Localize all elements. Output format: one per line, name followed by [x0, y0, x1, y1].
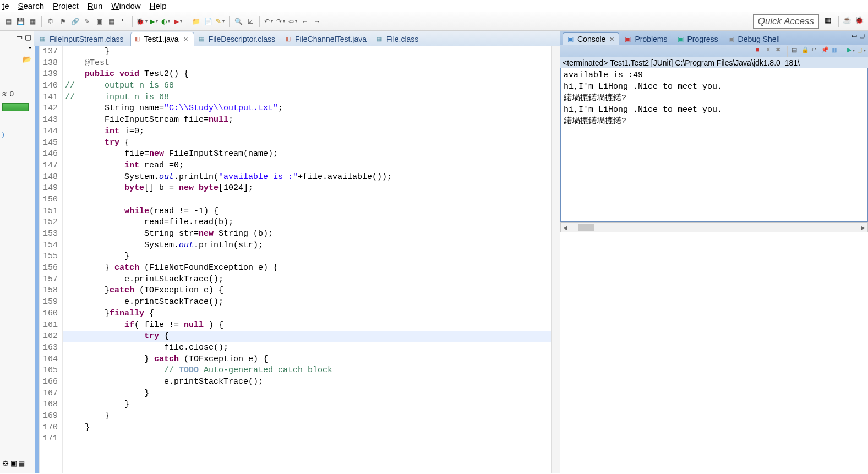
new-class-icon[interactable]: 📄 — [203, 17, 213, 26]
word-wrap-icon[interactable]: ↩ — [811, 46, 819, 54]
minimize-icon[interactable]: ▢ — [25, 33, 31, 41]
prev-annotation-icon[interactable]: ↶ — [264, 17, 274, 26]
show-whitespace-icon[interactable]: ¶ — [118, 17, 128, 26]
debug-perspective-icon[interactable]: 🐞 — [855, 16, 865, 26]
menu-search[interactable]: Search — [18, 1, 45, 10]
scroll-left-icon[interactable]: ◀ — [561, 225, 570, 231]
toggle-breadcrumb-icon[interactable]: ⯐ — [46, 17, 56, 26]
pin-console-icon[interactable]: 📌 — [821, 46, 829, 54]
scroll-lock-icon[interactable]: 🔒 — [801, 46, 809, 54]
console-output[interactable]: available is :49 hi,I'm LiHong .Nice to … — [560, 68, 868, 222]
link-icon[interactable]: 🔗 — [70, 17, 80, 26]
java-file-icon — [285, 35, 293, 43]
tab-filechanneltest-java[interactable]: FileChannelTest.java — [282, 32, 372, 46]
editor-area: FileInputStream.classTest1.java✕FileDesc… — [34, 31, 560, 473]
tab-filedescriptor-class[interactable]: FileDescriptor.class — [195, 32, 281, 46]
open-perspective-icon[interactable]: ▦ — [825, 16, 834, 26]
code-editor[interactable]: 1371381391401411421431441451461471481491… — [34, 46, 560, 473]
main-area: ▭ ▢ ▾ 📂 s: 0 ) ⯐ ▣ ▤ FileInputStream.cla… — [0, 31, 868, 473]
tab-label: Test1.java — [144, 35, 179, 43]
block-icon[interactable]: ▦ — [106, 17, 116, 26]
debug-icon[interactable]: 🐞 — [137, 17, 146, 26]
separator — [838, 16, 839, 27]
tab-test1-java[interactable]: Test1.java✕ — [130, 32, 194, 46]
console-process-label: <terminated> Test1.Test2 [JUnit] C:\Prog… — [560, 57, 868, 68]
maximize-icon[interactable]: ▢ — [859, 32, 865, 44]
console-hscrollbar[interactable]: ◀ ▶ — [560, 222, 868, 232]
next-annotation-icon[interactable]: ↷ — [276, 17, 286, 26]
chevron-down-icon[interactable]: ▾ — [29, 45, 31, 51]
view-tab-problems[interactable]: ▣Problems — [620, 33, 672, 45]
run-icon[interactable]: ▶ — [149, 17, 159, 26]
coverage-icon[interactable]: ◐ — [161, 17, 171, 26]
back-icon[interactable]: ← — [300, 17, 310, 26]
java-perspective-icon[interactable]: ☕ — [843, 16, 853, 26]
java-file-icon — [134, 35, 142, 43]
tab-label: File.class — [386, 35, 418, 43]
editor-tabbar: FileInputStream.classTest1.java✕FileDesc… — [34, 31, 560, 46]
console-toolbar: ■ ✕ ✖ ▤ 🔒 ↩ 📌 ▥ ▶ ▢ — [560, 45, 868, 57]
new-package-icon[interactable]: 📁 — [191, 17, 201, 26]
junit-progress-bar — [2, 103, 29, 111]
tab-fileinputstream-class[interactable]: FileInputStream.class — [36, 32, 129, 46]
wand-icon[interactable]: ✎ — [82, 17, 92, 26]
save-all-icon[interactable]: ▦ — [28, 17, 37, 26]
separator — [41, 16, 42, 27]
menu-window[interactable]: Window — [111, 1, 140, 10]
last-edit-icon[interactable]: ⇦ — [288, 17, 298, 26]
separator — [187, 16, 187, 27]
close-icon[interactable]: ✕ — [183, 36, 188, 43]
menu-help[interactable]: Help — [150, 1, 167, 10]
class-file-icon — [376, 35, 384, 43]
tab-label: FileChannelTest.java — [295, 35, 367, 43]
problems-icon: ▣ — [625, 35, 632, 43]
separator — [787, 46, 788, 57]
tab-label: FileDescriptor.class — [209, 35, 275, 43]
tab-label: FileInputStream.class — [50, 35, 124, 43]
main-toolbar: ▤ 💾 ▦ ⯐ ⚑ 🔗 ✎ ▣ ▦ ¶ 🐞 ▶ ◐ ▶ 📁 📄 ✎ 🔍 ☑ ↶ … — [0, 12, 868, 31]
forward-icon[interactable]: → — [312, 17, 322, 26]
minimize-icon[interactable]: ▭ — [851, 32, 857, 44]
remove-all-icon[interactable]: ✖ — [776, 46, 783, 54]
task-icon[interactable]: ☑ — [245, 17, 255, 26]
external-tools-icon[interactable]: ▶ — [173, 17, 183, 26]
view-tab-progress[interactable]: ▣Progress — [673, 33, 723, 45]
quick-access-input[interactable]: Quick Access — [753, 14, 819, 29]
menu-project[interactable]: Project — [53, 1, 79, 10]
view-tab-console[interactable]: ▣Console✕ — [563, 32, 619, 45]
collapse-icon[interactable]: ▣ — [10, 459, 17, 467]
debug shell-icon: ▣ — [728, 35, 736, 43]
open-console-icon[interactable]: ▢ — [857, 46, 865, 54]
console-icon: ▣ — [567, 35, 575, 43]
display-console-icon[interactable]: ▥ — [831, 46, 839, 54]
expand-icon[interactable]: ▤ — [18, 459, 25, 467]
code-text[interactable]: } @Test public void Test2() {// output n… — [63, 46, 551, 473]
restore-icon[interactable]: ▭ — [16, 33, 23, 41]
menu-run[interactable]: Run — [88, 1, 103, 10]
menu-te[interactable]: te — [2, 1, 9, 10]
view-tab-debug-shell[interactable]: ▣Debug Shell — [724, 33, 784, 45]
clear-console-icon[interactable]: ▤ — [791, 46, 799, 54]
separator — [132, 16, 133, 27]
package-explorer-icon[interactable]: 📂 — [23, 55, 31, 63]
left-trim-stack: ▭ ▢ ▾ 📂 s: 0 ) ⯐ ▣ ▤ — [0, 31, 34, 473]
open-type-icon[interactable]: ✎ — [215, 17, 225, 26]
bottom-right-views: ▣Console✕▣Problems▣Progress▣Debug Shell … — [560, 31, 868, 473]
terminate-icon[interactable]: ■ — [756, 46, 763, 54]
remove-launch-icon[interactable]: ✕ — [766, 46, 773, 54]
hierarchy-icon[interactable]: ⯐ — [2, 459, 9, 467]
toggle-mark-icon[interactable]: ⚑ — [58, 17, 68, 26]
view-tab-label: Problems — [635, 35, 667, 43]
view-tab-label: Debug Shell — [738, 35, 780, 43]
show-console-icon[interactable]: ▶ — [847, 46, 855, 54]
new-icon[interactable]: ▤ — [3, 17, 13, 26]
save-icon[interactable]: 💾 — [15, 17, 25, 26]
tab-file-class[interactable]: File.class — [373, 32, 424, 46]
search-icon[interactable]: 🔍 — [233, 17, 243, 26]
scroll-thumb[interactable] — [578, 224, 594, 231]
close-icon[interactable]: ✕ — [609, 36, 614, 43]
menubar: teSearchProjectRunWindowHelp — [0, 0, 868, 12]
scroll-right-icon[interactable]: ▶ — [859, 225, 867, 231]
overview-ruler — [551, 46, 560, 473]
build-icon[interactable]: ▣ — [94, 17, 104, 26]
